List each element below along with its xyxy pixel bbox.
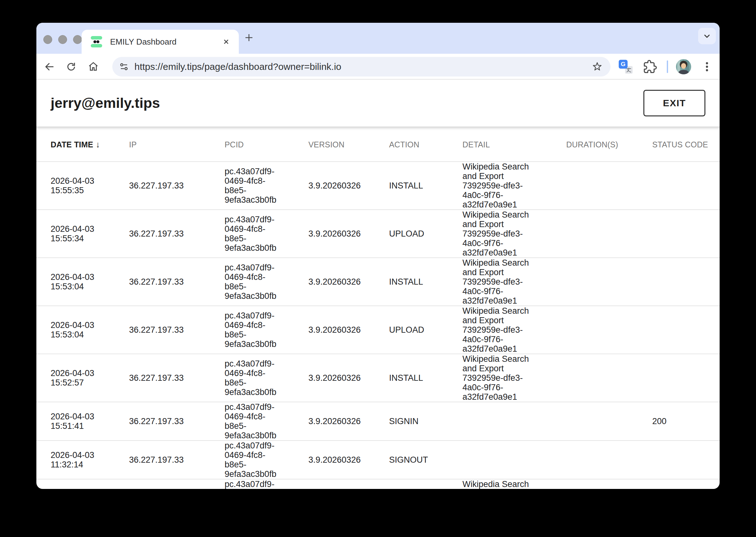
column-header-version: VERSION bbox=[309, 128, 389, 162]
cell-detail: Wikipedia Search and Export 7392959e-dfe… bbox=[462, 162, 566, 210]
cell-status bbox=[652, 210, 720, 258]
cell-datetime: 2026-04-03 15:52:57 bbox=[36, 354, 129, 402]
browser-toolbar: https://emily.tips/page/dashboard?owner=… bbox=[36, 54, 720, 80]
cell-pcid: pc.43a07df9-0469-4fc8-b8e5-9efa3ac3b0fb bbox=[225, 354, 309, 402]
cell-action: INSTALL bbox=[389, 258, 462, 306]
chevron-down-icon bbox=[702, 32, 711, 40]
cell-version: 3.9.20260326 bbox=[309, 440, 389, 479]
cell-datetime: 2026-04-03 15:51:41 bbox=[36, 402, 129, 440]
cell-pcid: pc.43a07df9-0469-4fc8-b8e5-9efa3ac3b0fb bbox=[225, 402, 309, 440]
bookmark-star-icon[interactable] bbox=[591, 61, 604, 73]
cell-duration bbox=[566, 162, 652, 210]
cell-version: 3.9.20260326 bbox=[309, 210, 389, 258]
cell-datetime: 2026-04-03 11:32:14 bbox=[36, 440, 129, 479]
cell-version: 3.9.20260326 bbox=[309, 258, 389, 306]
cell-action: SIGNOUT bbox=[389, 440, 462, 479]
cell-pcid: pc.43a07df9-0469-4fc8-b8e5-9efa3ac3b0fb bbox=[225, 162, 309, 210]
dashboard-content: DATE TIME↓ IP PCID VERSION ACTION DETAIL… bbox=[36, 128, 720, 489]
url-text[interactable]: https://emily.tips/page/dashboard?owner=… bbox=[135, 62, 591, 72]
cell-detail bbox=[462, 440, 566, 479]
cell-version: 3.9.20260326 bbox=[309, 162, 389, 210]
cell-ip: 36.227.197.33 bbox=[129, 306, 225, 354]
google-translate-icon[interactable]: G bbox=[619, 60, 633, 74]
cell-status bbox=[652, 258, 720, 306]
cell-detail: Wikipedia Search and Export 7392959e-dfe… bbox=[462, 258, 566, 306]
cell-pcid: pc.43a07df9-0469-4fc8-b8e5-9efa3ac3b0fb bbox=[225, 258, 309, 306]
cell-detail: Wikipedia Search and Export 7392959e-dfe… bbox=[462, 354, 566, 402]
tab-search-button[interactable] bbox=[698, 28, 716, 44]
cell-status: 200 bbox=[652, 402, 720, 440]
sort-desc-icon: ↓ bbox=[96, 140, 100, 149]
cell-pcid: pc.43a07df9-0469-4fc8-b8e5-9efa3ac3b0fb bbox=[225, 440, 309, 479]
close-icon[interactable] bbox=[222, 37, 231, 46]
column-header-pcid: PCID bbox=[225, 128, 309, 162]
plus-icon[interactable] bbox=[243, 32, 255, 43]
cell-ip bbox=[129, 479, 225, 489]
cell-duration bbox=[566, 440, 652, 479]
column-header-detail: DETAIL bbox=[462, 128, 566, 162]
browser-window: EMILY Dashboard bbox=[36, 23, 720, 489]
cell-status bbox=[652, 479, 720, 489]
cell-duration bbox=[566, 210, 652, 258]
user-email: jerry@emily.tips bbox=[51, 95, 160, 111]
cell-pcid: pc.43a07df9-0469-4fc8-b8e5-9efa3ac3b0fb bbox=[225, 210, 309, 258]
cell-ip: 36.227.197.33 bbox=[129, 402, 225, 440]
table-row: 2026-04-03 11:32:14 36.227.197.33 pc.43a… bbox=[36, 440, 720, 479]
cell-ip: 36.227.197.33 bbox=[129, 162, 225, 210]
table-row: pc.43a07df9- Wikipedia Search bbox=[36, 479, 720, 489]
cell-datetime: 2026-04-03 15:53:04 bbox=[36, 306, 129, 354]
column-header-status: STATUS CODE bbox=[652, 128, 720, 162]
table-header-row: DATE TIME↓ IP PCID VERSION ACTION DETAIL… bbox=[36, 128, 720, 162]
cell-status bbox=[652, 306, 720, 354]
cell-datetime: 2026-04-03 15:55:35 bbox=[36, 162, 129, 210]
cell-duration bbox=[566, 306, 652, 354]
browser-tab[interactable]: EMILY Dashboard bbox=[82, 30, 239, 54]
cell-datetime: 2026-04-03 15:55:34 bbox=[36, 210, 129, 258]
maximize-window-button[interactable] bbox=[73, 35, 82, 44]
translate-g-label: G bbox=[619, 60, 628, 69]
cell-action: INSTALL bbox=[389, 354, 462, 402]
cell-ip: 36.227.197.33 bbox=[129, 354, 225, 402]
table-row: 2026-04-03 15:55:34 36.227.197.33 pc.43a… bbox=[36, 210, 720, 258]
cell-ip: 36.227.197.33 bbox=[129, 258, 225, 306]
tab-strip: EMILY Dashboard bbox=[36, 23, 720, 54]
cell-duration bbox=[566, 354, 652, 402]
reload-icon[interactable] bbox=[65, 61, 77, 73]
three-dot-menu-icon[interactable] bbox=[701, 61, 713, 73]
cell-datetime bbox=[36, 479, 129, 489]
cell-detail bbox=[462, 402, 566, 440]
cell-version bbox=[309, 479, 389, 489]
column-header-duration: DURATION(S) bbox=[566, 128, 652, 162]
screenshot-stage: EMILY Dashboard bbox=[0, 0, 756, 537]
column-header-datetime[interactable]: DATE TIME↓ bbox=[36, 128, 129, 162]
extensions-puzzle-icon[interactable] bbox=[643, 60, 657, 74]
exit-button[interactable]: EXIT bbox=[643, 90, 705, 116]
cell-action: INSTALL bbox=[389, 162, 462, 210]
page-header: jerry@emily.tips EXIT bbox=[36, 80, 720, 127]
cell-detail: Wikipedia Search bbox=[462, 479, 566, 489]
profile-avatar[interactable] bbox=[676, 59, 691, 74]
cell-status bbox=[652, 354, 720, 402]
cell-detail: Wikipedia Search and Export 7392959e-dfe… bbox=[462, 210, 566, 258]
cell-pcid: pc.43a07df9-0469-4fc8-b8e5-9efa3ac3b0fb bbox=[225, 306, 309, 354]
events-table: DATE TIME↓ IP PCID VERSION ACTION DETAIL… bbox=[36, 128, 720, 489]
cell-action: SIGNIN bbox=[389, 402, 462, 440]
cell-ip: 36.227.197.33 bbox=[129, 440, 225, 479]
minimize-window-button[interactable] bbox=[58, 35, 67, 44]
address-bar[interactable]: https://emily.tips/page/dashboard?owner=… bbox=[112, 57, 610, 76]
cell-version: 3.9.20260326 bbox=[309, 402, 389, 440]
site-settings-icon[interactable] bbox=[119, 62, 129, 72]
back-icon[interactable] bbox=[43, 61, 56, 73]
toolbar-separator bbox=[667, 61, 668, 73]
cell-version: 3.9.20260326 bbox=[309, 306, 389, 354]
close-window-button[interactable] bbox=[43, 35, 52, 44]
cell-duration bbox=[566, 258, 652, 306]
cell-action: UPLOAD bbox=[389, 210, 462, 258]
cell-ip: 36.227.197.33 bbox=[129, 210, 225, 258]
table-row: 2026-04-03 15:52:57 36.227.197.33 pc.43a… bbox=[36, 354, 720, 402]
cell-duration bbox=[566, 479, 652, 489]
cell-detail: Wikipedia Search and Export 7392959e-dfe… bbox=[462, 306, 566, 354]
table-row: 2026-04-03 15:55:35 36.227.197.33 pc.43a… bbox=[36, 162, 720, 210]
cell-version: 3.9.20260326 bbox=[309, 354, 389, 402]
home-icon[interactable] bbox=[87, 61, 100, 73]
